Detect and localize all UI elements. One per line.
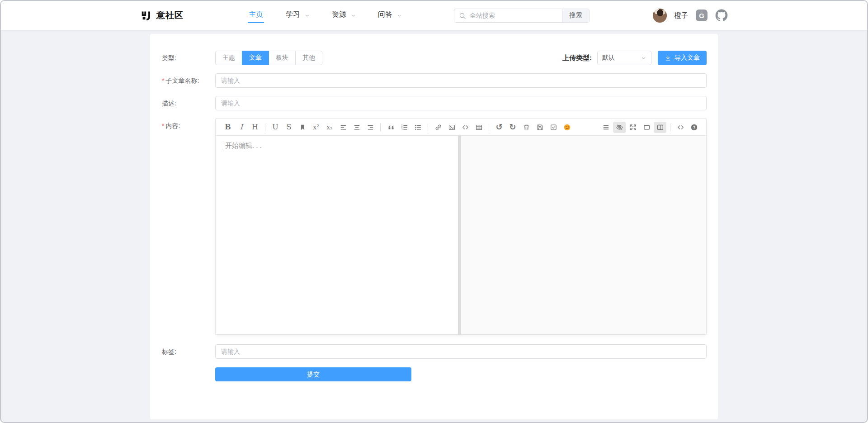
help-icon[interactable]: [688, 122, 700, 133]
chevron-down-icon: [641, 55, 646, 61]
undo-icon[interactable]: ↺: [493, 122, 505, 133]
strikethrough-icon[interactable]: S: [283, 122, 295, 133]
upload-type-group: 上传类型: 默认 导入文章: [562, 51, 707, 65]
avatar[interactable]: [653, 9, 667, 23]
upload-type-select[interactable]: 默认: [597, 51, 651, 65]
type-option-other[interactable]: 其他: [295, 51, 322, 65]
subscript-icon[interactable]: x₂: [323, 122, 336, 133]
quote-icon[interactable]: [384, 122, 397, 133]
editor-body: 开始编辑. . .: [216, 136, 706, 334]
type-button-group: 主题 文章 板块 其他: [215, 51, 322, 65]
fullscreen-icon[interactable]: [627, 122, 639, 133]
search-icon: [459, 12, 466, 19]
redo-icon[interactable]: ↻: [506, 122, 519, 133]
heading-icon[interactable]: H: [249, 122, 261, 133]
italic-icon[interactable]: I: [235, 122, 248, 133]
submit-button[interactable]: 提交: [215, 367, 411, 381]
toolbar-left-group: BIHUSx²x₂↺↻: [221, 122, 574, 133]
editor-input-pane[interactable]: 开始编辑. . .: [216, 136, 458, 334]
nav-item-learn[interactable]: 学习: [285, 1, 310, 30]
text-caret: [224, 142, 224, 149]
download-icon: [665, 55, 671, 62]
toolbar-separator: [380, 124, 381, 131]
table-icon[interactable]: [472, 122, 485, 133]
site-search: 搜索: [454, 9, 590, 23]
search-button[interactable]: 搜索: [562, 9, 589, 22]
preview-only-icon[interactable]: [640, 122, 653, 133]
username[interactable]: 橙子: [675, 11, 688, 20]
image-icon[interactable]: [445, 122, 458, 133]
toolbar-right-group: [599, 122, 701, 133]
app-logo-icon: [140, 10, 152, 22]
type-option-article[interactable]: 文章: [242, 51, 269, 65]
tags-label: 标签:: [162, 344, 215, 359]
required-asterisk: *: [162, 77, 164, 84]
github-icon[interactable]: [715, 9, 728, 22]
tags-input[interactable]: [215, 344, 707, 359]
emoji-icon[interactable]: [561, 122, 573, 133]
chevron-down-icon: [350, 13, 356, 19]
type-option-board[interactable]: 板块: [269, 51, 296, 65]
post-form-card: 类型: 主题 文章 板块 其他 上传类型: 默认 导入文章: [150, 34, 718, 419]
task-list-icon[interactable]: [547, 122, 560, 133]
import-article-label: 导入文章: [675, 54, 700, 62]
type-label: 类型:: [162, 51, 215, 65]
toolbar-separator: [428, 124, 428, 131]
align-right-icon[interactable]: [364, 122, 377, 133]
chevron-down-icon: [396, 13, 402, 19]
name-label: *子文章名称:: [162, 73, 215, 88]
nav-item-label: 资源: [331, 8, 347, 23]
mark-icon[interactable]: [296, 122, 309, 133]
unordered-list-icon[interactable]: [411, 122, 424, 133]
required-asterisk: *: [162, 122, 164, 129]
nav-item-home[interactable]: 主页: [248, 1, 264, 30]
nav-item-label: 学习: [285, 8, 301, 23]
chevron-down-icon: [304, 13, 310, 19]
nav-item-label: 问答: [377, 8, 393, 23]
content-row: *内容: BIHUSx²x₂↺↻ 开始编辑. . .: [162, 119, 707, 335]
source-code-icon[interactable]: [674, 122, 687, 133]
markdown-editor: BIHUSx²x₂↺↻ 开始编辑. . .: [215, 119, 707, 335]
nav-item-resources[interactable]: 资源: [331, 1, 356, 30]
ordered-list-icon[interactable]: [398, 122, 410, 133]
trash-icon[interactable]: [520, 122, 533, 133]
preview-toggle-icon[interactable]: [613, 122, 626, 133]
main-content: 类型: 主题 文章 板块 其他 上传类型: 默认 导入文章: [1, 34, 867, 419]
gitee-icon[interactable]: G: [696, 10, 708, 21]
editor-toolbar: BIHUSx²x₂↺↻: [216, 119, 706, 136]
underline-icon[interactable]: U: [269, 122, 282, 133]
description-label: 描述:: [162, 96, 215, 110]
name-row: *子文章名称:: [162, 73, 707, 88]
align-left-icon[interactable]: [337, 122, 349, 133]
code-inline-icon[interactable]: [459, 122, 472, 133]
bold-icon[interactable]: B: [222, 122, 234, 133]
split-view-icon[interactable]: [654, 122, 666, 133]
content-label: *内容:: [162, 119, 215, 133]
user-area: 橙子 G: [653, 9, 728, 23]
description-input[interactable]: [215, 96, 707, 110]
upload-type-value: 默认: [602, 54, 615, 62]
editor-preview-pane: [461, 136, 706, 334]
sub-article-name-input[interactable]: [215, 73, 707, 88]
link-icon[interactable]: [432, 122, 444, 133]
superscript-icon[interactable]: x²: [310, 122, 322, 133]
toolbar-separator: [670, 124, 670, 131]
nav-item-qa[interactable]: 问答: [377, 1, 402, 30]
navigation-icon[interactable]: [599, 122, 612, 133]
nav-item-label: 主页: [248, 8, 264, 23]
type-option-topic[interactable]: 主题: [215, 51, 242, 65]
main-nav: 主页 学习 资源 问答: [248, 1, 402, 30]
brand-name: 意社区: [156, 10, 184, 21]
browser-viewport: 意社区 主页 学习 资源 问答: [0, 0, 868, 423]
upload-type-label: 上传类型:: [562, 54, 592, 62]
save-icon[interactable]: [533, 122, 546, 133]
type-row: 类型: 主题 文章 板块 其他 上传类型: 默认 导入文章: [162, 51, 707, 65]
search-input[interactable]: [454, 9, 562, 22]
toolbar-separator: [265, 124, 265, 131]
import-article-button[interactable]: 导入文章: [658, 51, 707, 65]
editor-split-divider[interactable]: [458, 136, 461, 334]
align-center-icon[interactable]: [350, 122, 363, 133]
brand[interactable]: 意社区: [140, 10, 184, 22]
tags-row: 标签:: [162, 344, 707, 359]
toolbar-separator: [489, 124, 489, 131]
